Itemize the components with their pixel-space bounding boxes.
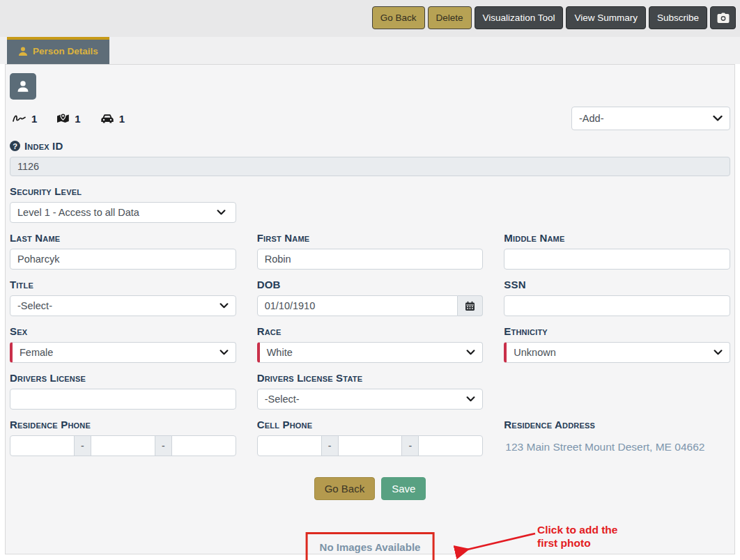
- counter-vehicles[interactable]: 1: [100, 113, 125, 125]
- top-toolbar: Go Back Delete Visualization Tool View S…: [372, 6, 736, 29]
- counter-addresses[interactable]: 1: [56, 113, 80, 125]
- race-select[interactable]: White: [257, 342, 484, 363]
- race-value: White: [267, 347, 293, 358]
- sex-label: Sex: [10, 325, 236, 337]
- go-back-button-top[interactable]: Go Back: [372, 6, 425, 29]
- subscribe-button[interactable]: Subscribe: [649, 6, 707, 29]
- index-id-field: [10, 157, 730, 176]
- calendar-icon-button[interactable]: [458, 295, 483, 316]
- index-id-label: Index ID: [24, 140, 63, 152]
- counter-value: 1: [75, 113, 80, 125]
- drivers-license-state-value: -Select-: [265, 394, 300, 405]
- cell-phone-area-field[interactable]: [257, 435, 322, 456]
- person-silhouette-icon: [17, 80, 29, 93]
- camera-icon: [717, 13, 730, 24]
- tab-label: Person Details: [33, 46, 98, 56]
- chevron-down-icon: [219, 350, 229, 355]
- residence-address-value: 123 Main Street Mount Desert, ME 04662: [504, 435, 730, 453]
- person-details-panel: 1 1 1 -Add- ? Index: [5, 64, 735, 554]
- go-back-button[interactable]: Go Back: [314, 477, 376, 500]
- calendar-icon: [465, 301, 475, 311]
- dob-label: DOB: [257, 279, 484, 290]
- save-button[interactable]: Save: [381, 477, 426, 500]
- delete-button[interactable]: Delete: [428, 6, 472, 29]
- chevron-down-icon: [217, 210, 226, 215]
- no-images-highlight-box: No Images Available Add Person Image: [306, 532, 435, 560]
- first-name-field[interactable]: [257, 249, 484, 270]
- ethnicity-value: Unknown: [514, 347, 555, 358]
- ethnicity-select[interactable]: Unknown: [504, 342, 730, 363]
- vehicle-icon: [100, 114, 114, 124]
- security-level-value: Level 1 - Access to all Data: [17, 207, 139, 218]
- residence-phone-area-field[interactable]: [10, 435, 75, 456]
- drivers-license-state-select[interactable]: -Select-: [257, 389, 484, 410]
- title-label: Title: [10, 279, 236, 290]
- drivers-license-label: Drivers License: [10, 372, 236, 384]
- chevron-down-icon: [713, 116, 723, 122]
- ssn-field[interactable]: [504, 295, 730, 316]
- residence-address-label: Residence Address: [504, 419, 730, 430]
- cell-phone-prefix-field[interactable]: [338, 435, 403, 456]
- person-image-section: No Images Available Add Person Image Cli…: [10, 517, 730, 560]
- chevron-down-icon: [714, 350, 723, 355]
- residence-phone-prefix-field[interactable]: [91, 435, 155, 456]
- race-label: Race: [257, 325, 484, 337]
- title-select[interactable]: -Select-: [10, 295, 236, 316]
- cell-phone-line-field[interactable]: [418, 435, 483, 456]
- tab-bar: Person Details: [0, 37, 740, 64]
- middle-name-label: Middle Name: [504, 232, 730, 244]
- last-name-field[interactable]: [10, 249, 236, 270]
- add-record-dropdown[interactable]: -Add-: [571, 107, 730, 130]
- counter-value: 1: [119, 113, 125, 125]
- drivers-license-state-label: Drivers License State: [257, 372, 484, 384]
- last-name-label: Last Name: [10, 232, 236, 244]
- add-dropdown-value: -Add-: [579, 113, 603, 124]
- map-pin-icon: [56, 113, 70, 124]
- annotation-text: Click to add the first photo: [537, 523, 617, 550]
- phone-separator: -: [155, 435, 172, 456]
- chevron-down-icon: [466, 396, 475, 402]
- middle-name-field[interactable]: [504, 249, 730, 270]
- security-level-label: Security Level: [10, 185, 730, 197]
- counter-signatures[interactable]: 1: [13, 113, 37, 125]
- counter-value: 1: [31, 113, 37, 125]
- visualization-tool-button[interactable]: Visualization Tool: [475, 6, 564, 29]
- phone-separator: -: [321, 435, 339, 456]
- residence-phone-line-field[interactable]: [171, 435, 236, 456]
- first-name-label: First Name: [257, 232, 484, 244]
- drivers-license-field[interactable]: [10, 389, 236, 410]
- title-value: -Select-: [17, 300, 52, 311]
- person-avatar-button[interactable]: [10, 73, 36, 100]
- residence-phone-label: Residence Phone: [10, 419, 236, 430]
- chevron-down-icon: [466, 350, 475, 355]
- annotation-arrow: [450, 529, 539, 560]
- sex-select[interactable]: Female: [10, 342, 236, 363]
- person-icon: [18, 47, 28, 56]
- ssn-label: SSN: [504, 279, 730, 290]
- signature-icon: [13, 114, 26, 123]
- security-level-select[interactable]: Level 1 - Access to all Data: [10, 202, 236, 223]
- residence-phone-group: - -: [10, 435, 236, 456]
- tab-person-details[interactable]: Person Details: [7, 37, 109, 64]
- phone-separator: -: [401, 435, 419, 456]
- cell-phone-label: Cell Phone: [257, 419, 484, 430]
- dob-field[interactable]: [257, 295, 458, 316]
- header-strip: Go Back Delete Visualization Tool View S…: [0, 0, 740, 37]
- no-images-text: No Images Available: [320, 541, 421, 553]
- help-icon[interactable]: ?: [10, 141, 20, 151]
- phone-separator: -: [74, 435, 91, 456]
- sex-value: Female: [20, 347, 53, 358]
- linked-record-counters: 1 1 1: [13, 113, 125, 125]
- ethnicity-label: Ethnicity: [504, 325, 730, 337]
- view-summary-button[interactable]: View Summary: [566, 6, 646, 29]
- camera-button[interactable]: [710, 6, 736, 29]
- cell-phone-group: - -: [257, 435, 484, 456]
- chevron-down-icon: [219, 303, 229, 309]
